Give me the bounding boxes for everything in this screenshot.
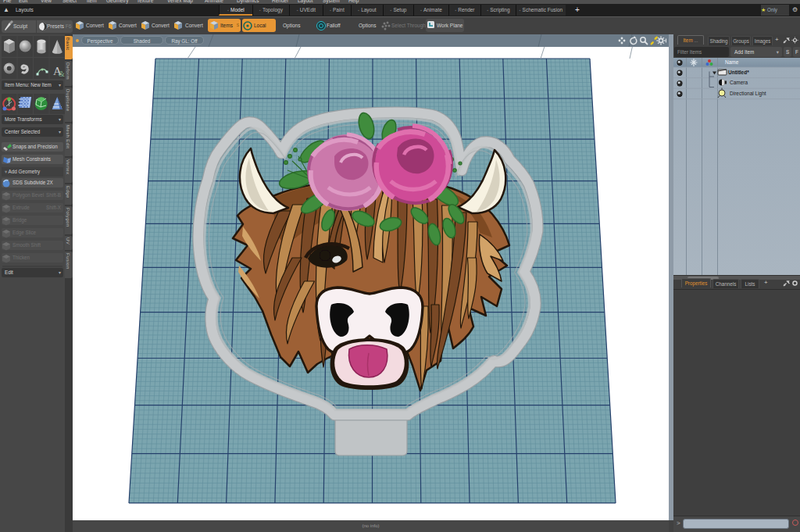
svg-text:&: & <box>59 70 65 78</box>
